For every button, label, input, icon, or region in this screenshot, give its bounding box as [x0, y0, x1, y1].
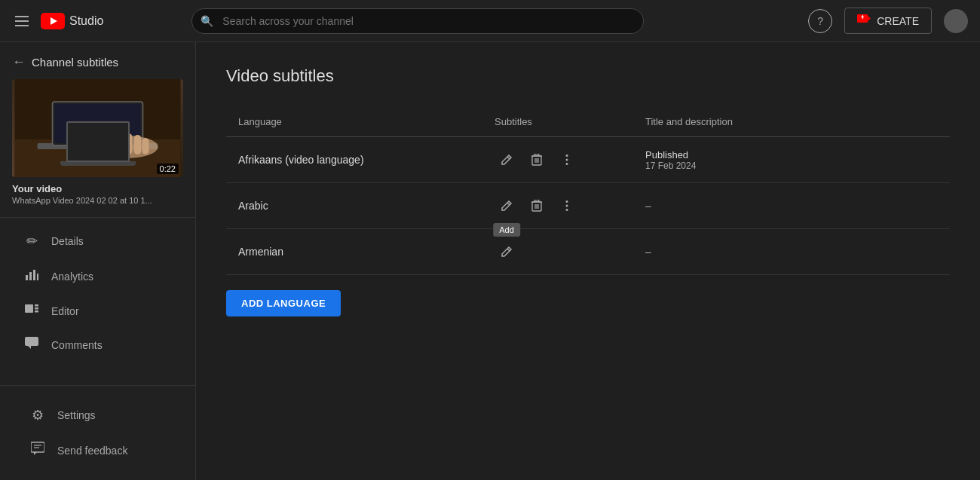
video-title-label: Your video	[12, 183, 183, 194]
delete-subtitle-button[interactable]	[525, 148, 549, 172]
svg-point-39	[566, 163, 568, 165]
sidebar-bottom: ⚙ Settings Send feedback	[0, 385, 195, 480]
more-options-button[interactable]	[555, 194, 579, 218]
sidebar-top: ← Channel subtitles	[0, 42, 195, 218]
svg-rect-17	[29, 272, 32, 280]
table-header: Language Subtitles Title and description	[226, 107, 950, 137]
svg-rect-10	[55, 104, 141, 143]
subtitle-actions	[495, 148, 621, 172]
svg-rect-43	[534, 200, 539, 201]
video-filename: WhatsApp Video 2024 02 02 at 10 1...	[12, 196, 183, 205]
thumbnail-svg	[12, 79, 183, 177]
menu-button[interactable]	[12, 13, 32, 29]
language-name: Armenian	[238, 246, 283, 258]
table-row: Afrikaans (video language)	[226, 137, 950, 183]
search-bar: 🔍	[191, 8, 644, 34]
subtitles-table: Language Subtitles Title and description…	[226, 107, 950, 275]
add-tooltip: Add	[493, 223, 520, 237]
svg-marker-25	[28, 346, 31, 349]
video-thumbnail: 0:22	[12, 79, 183, 177]
svg-rect-20	[25, 304, 33, 313]
send-feedback-label: Send feedback	[57, 445, 127, 457]
table-row: Arabic	[226, 183, 950, 229]
edit-subtitle-button[interactable]	[495, 194, 519, 218]
settings-icon: ⚙	[30, 407, 45, 423]
sidebar: ← Channel subtitles	[0, 42, 196, 480]
language-name: Arabic	[238, 200, 268, 212]
svg-point-47	[566, 200, 568, 203]
svg-marker-29	[34, 452, 37, 455]
pencil-icon	[501, 200, 513, 212]
svg-rect-12	[113, 136, 122, 154]
more-vertical-icon	[565, 154, 568, 166]
create-label: CREATE	[877, 15, 919, 27]
duration-badge: 0:22	[157, 164, 179, 174]
svg-rect-15	[142, 138, 149, 154]
sidebar-nav: ✏ Details Analytics	[0, 218, 195, 385]
header-right: ? CREATE	[808, 8, 968, 34]
back-nav[interactable]: ← Channel subtitles	[12, 54, 183, 70]
published-date: 17 Feb 2024	[645, 161, 938, 171]
svg-rect-21	[35, 304, 38, 307]
app-header: Studio 🔍 ? CREATE	[0, 0, 980, 42]
back-arrow-icon: ←	[12, 54, 26, 70]
add-language-button[interactable]: ADD LANGUAGE	[226, 290, 341, 316]
help-button[interactable]: ?	[808, 9, 832, 33]
trash-icon	[531, 154, 542, 166]
create-button[interactable]: CREATE	[844, 8, 932, 34]
thumbnail-image	[12, 79, 183, 177]
avatar[interactable]	[944, 9, 968, 33]
main-content: Video subtitles Language Subtitles Title…	[196, 42, 980, 480]
svg-rect-33	[534, 154, 539, 155]
add-subtitle-button[interactable]	[495, 240, 519, 264]
col-subtitles: Subtitles	[482, 107, 633, 137]
edit-subtitle-button[interactable]	[495, 148, 519, 172]
body-wrapper: ← Channel subtitles	[0, 42, 980, 480]
svg-rect-16	[26, 275, 28, 280]
comments-icon	[24, 337, 39, 353]
feedback-icon	[30, 442, 45, 459]
search-input[interactable]	[191, 8, 644, 34]
settings-label: Settings	[57, 409, 96, 421]
svg-line-50	[507, 249, 510, 251]
svg-point-37	[566, 154, 568, 157]
sidebar-item-comments[interactable]: Comments	[6, 328, 189, 362]
sidebar-item-analytics[interactable]: Analytics	[6, 258, 189, 294]
svg-marker-3	[868, 16, 871, 21]
sidebar-item-settings[interactable]: ⚙ Settings	[12, 398, 183, 433]
svg-rect-14	[134, 135, 142, 154]
svg-line-30	[507, 157, 510, 159]
svg-rect-18	[33, 270, 35, 280]
logo[interactable]: Studio	[41, 13, 103, 29]
language-name: Afrikaans (video language)	[238, 154, 364, 166]
editor-label: Editor	[51, 305, 79, 317]
create-icon	[857, 13, 871, 29]
page-title: Video subtitles	[226, 66, 950, 86]
youtube-icon	[41, 13, 65, 29]
svg-point-38	[566, 159, 568, 161]
svg-rect-24	[25, 337, 38, 346]
editor-icon	[24, 303, 39, 319]
svg-point-48	[566, 205, 568, 207]
delete-subtitle-button[interactable]	[525, 194, 549, 218]
sidebar-item-send-feedback[interactable]: Send feedback	[12, 433, 183, 468]
analytics-label: Analytics	[51, 271, 93, 283]
subtitle-actions	[495, 194, 621, 218]
search-icon: 🔍	[201, 15, 213, 27]
sidebar-item-editor[interactable]: Editor	[6, 294, 189, 328]
table-row: Armenian Add	[226, 229, 950, 275]
pencil-icon	[501, 246, 513, 258]
more-vertical-icon	[565, 200, 568, 212]
header-left: Studio	[12, 13, 103, 29]
svg-line-40	[507, 203, 510, 205]
analytics-icon	[24, 268, 39, 285]
add-with-tooltip: Add	[495, 240, 519, 264]
trash-icon	[531, 200, 542, 212]
sidebar-item-details[interactable]: ✏ Details	[6, 224, 189, 258]
channel-subtitles-label: Channel subtitles	[32, 56, 118, 69]
col-title-desc: Title and description	[633, 107, 950, 137]
studio-label: Studio	[69, 14, 103, 28]
details-label: Details	[51, 235, 84, 247]
svg-rect-19	[37, 274, 38, 280]
more-options-button[interactable]	[555, 148, 579, 172]
